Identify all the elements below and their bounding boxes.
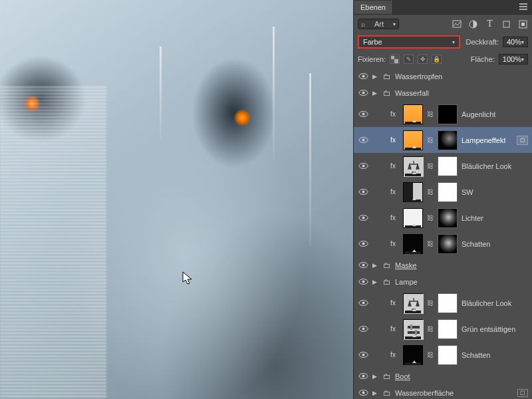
visibility-toggle[interactable] [358, 72, 368, 80]
svg-point-11 [362, 92, 364, 94]
group-extra-icon[interactable]: ▢ [517, 389, 528, 397]
expand-toggle[interactable]: ▶ [372, 279, 379, 285]
layer-mask-thumbnail[interactable] [438, 182, 458, 202]
svg-point-20 [362, 191, 364, 194]
layer-filter-kind[interactable]: ⌕ Art ▾ [358, 19, 399, 29]
layer-group-row[interactable]: ▶🗀Wasseroberfläche▢ [354, 384, 532, 399]
visibility-toggle[interactable] [358, 325, 368, 332]
layer-mask-thumbnail[interactable] [438, 345, 458, 365]
layer-thumbnail[interactable] [403, 319, 423, 339]
opacity-value[interactable]: 40%▾ [503, 37, 528, 47]
mask-link-icon[interactable]: ⛓ [427, 214, 434, 221]
layer-mask-thumbnail[interactable] [438, 234, 458, 254]
layer-fx-indicator[interactable]: fx [387, 299, 399, 307]
visibility-toggle[interactable] [358, 214, 368, 221]
layer-name: Grün entsättigen [462, 325, 515, 333]
layer-mask-thumbnail[interactable] [438, 104, 458, 124]
expand-toggle[interactable]: ▶ [372, 73, 379, 80]
layers-list[interactable]: ▶🗀Wassertropfen▶🗀Wasserfallfx⛓Augenlicht… [354, 68, 532, 399]
layer-group-row[interactable]: ▶🗀Boot [354, 368, 532, 384]
layer-group-row[interactable]: ▶🗀Maske [354, 257, 532, 273]
mask-link-icon[interactable]: ⛓ [427, 162, 434, 170]
layer-thumbnail[interactable] [403, 130, 423, 150]
layer-fx-indicator[interactable]: fx [387, 325, 399, 332]
lock-position-icon[interactable]: ✥ [418, 55, 428, 64]
visibility-toggle[interactable] [358, 351, 368, 358]
layer-group-row[interactable]: ▶🗀Wassertropfen [354, 68, 532, 84]
canvas-viewport[interactable] [0, 0, 353, 399]
expand-toggle[interactable]: ▶ [372, 90, 379, 96]
mask-link-icon[interactable]: ⛓ [427, 136, 434, 144]
lock-all-icon[interactable]: 🔒 [432, 55, 442, 64]
layer-mask-thumbnail[interactable] [438, 319, 458, 339]
mask-link-icon[interactable]: ⛓ [427, 110, 434, 118]
layer-row[interactable]: fx⛓Schatten [354, 231, 532, 257]
layer-fx-indicator[interactable]: fx [387, 351, 399, 358]
lock-pixels-icon[interactable]: ✎ [404, 55, 414, 64]
layer-thumbnail[interactable] [403, 104, 423, 124]
layer-fx-indicator[interactable]: fx [387, 136, 399, 144]
chevron-down-icon: ▾ [452, 39, 455, 45]
layer-mask-thumbnail[interactable] [438, 293, 458, 313]
layer-thumbnail[interactable] [403, 345, 423, 365]
expand-toggle[interactable]: ▶ [372, 390, 379, 396]
layer-thumbnail[interactable] [403, 156, 423, 176]
layer-row[interactable]: fx⛓Lichter [354, 205, 532, 231]
layer-row[interactable]: fx⛓Bläulicher Look [354, 290, 532, 316]
fill-value[interactable]: 100%▾ [499, 54, 528, 65]
mask-link-icon[interactable]: ⛓ [427, 240, 434, 247]
layer-thumbnail[interactable] [403, 182, 423, 202]
chevron-down-icon: ▾ [521, 39, 524, 45]
layer-extra-icon[interactable]: ▢ [517, 136, 528, 145]
blend-mode-select[interactable]: Farbe ▾ [358, 35, 460, 49]
visibility-toggle[interactable] [358, 136, 368, 144]
blend-mode-value: Farbe [363, 38, 382, 46]
layer-mask-thumbnail[interactable] [438, 208, 458, 228]
layer-thumbnail[interactable] [403, 234, 423, 254]
layer-row[interactable]: fx⛓Schatten [354, 342, 532, 368]
mask-link-icon[interactable]: ⛓ [427, 188, 434, 196]
expand-toggle[interactable]: ▶ [372, 262, 379, 269]
layer-thumbnail[interactable] [403, 293, 423, 313]
layer-row[interactable]: fx⛓Bläulicher Look [354, 153, 532, 179]
layer-row[interactable]: fx⛓Augenlicht [354, 101, 532, 127]
layer-row[interactable]: fx⛓Grün entsättigen [354, 316, 532, 342]
filter-shape-icon[interactable] [501, 19, 511, 29]
filter-smart-icon[interactable] [518, 19, 528, 29]
visibility-toggle[interactable] [358, 372, 368, 380]
visibility-toggle[interactable] [358, 278, 368, 285]
svg-rect-4 [521, 23, 525, 26]
layer-fx-indicator[interactable]: fx [387, 240, 399, 247]
visibility-toggle[interactable] [358, 299, 368, 307]
visibility-toggle[interactable] [358, 389, 368, 396]
visibility-toggle[interactable] [358, 110, 368, 118]
mask-link-icon[interactable]: ⛓ [427, 325, 434, 332]
mask-link-icon[interactable]: ⛓ [427, 351, 434, 358]
layer-fx-indicator[interactable]: fx [387, 162, 399, 170]
layer-row[interactable]: fx⛓SW [354, 179, 532, 205]
mask-link-icon[interactable]: ⛓ [427, 299, 434, 307]
filter-pixel-icon[interactable] [452, 19, 462, 29]
layer-group-row[interactable]: ▶🗀Lampe [354, 273, 532, 290]
tab-layers[interactable]: Ebenen [354, 1, 393, 14]
layer-group-row[interactable]: ▶🗀Wasserfall [354, 84, 532, 101]
visibility-toggle[interactable] [358, 188, 368, 196]
lock-transparency-icon[interactable] [390, 55, 400, 64]
layers-panel: Ebenen ⌕ Art ▾ T Farbe ▾ Deckkraft: 40%▾… [353, 0, 532, 399]
layer-mask-thumbnail[interactable] [438, 156, 458, 176]
group-name: Wasserfall [395, 89, 429, 97]
filter-type-icon[interactable]: T [485, 19, 495, 29]
layer-fx-indicator[interactable]: fx [387, 214, 399, 221]
expand-toggle[interactable]: ▶ [372, 373, 379, 380]
filter-adjust-icon[interactable] [468, 19, 478, 29]
layer-row[interactable]: fx⛓Lampeneffekt▢ [354, 127, 532, 153]
layer-mask-thumbnail[interactable] [438, 130, 458, 150]
layer-thumbnail[interactable] [403, 208, 423, 228]
layer-fx-indicator[interactable]: fx [387, 110, 399, 118]
panel-menu-icon[interactable] [515, 3, 532, 11]
visibility-toggle[interactable] [358, 162, 368, 170]
layer-fx-indicator[interactable]: fx [387, 188, 399, 196]
visibility-toggle[interactable] [358, 89, 368, 96]
visibility-toggle[interactable] [358, 261, 368, 269]
visibility-toggle[interactable] [358, 240, 368, 247]
